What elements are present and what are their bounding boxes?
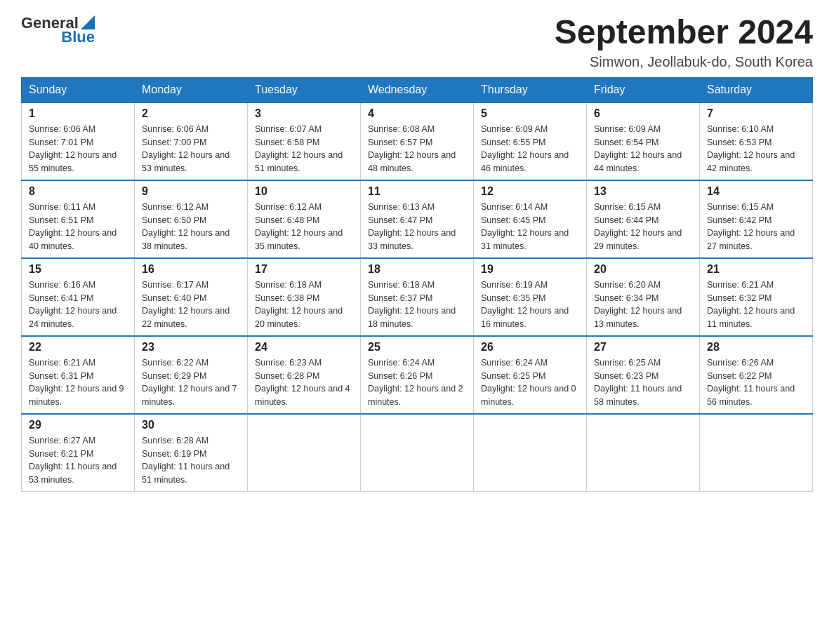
calendar-cell: 7Sunrise: 6:10 AMSunset: 6:53 PMDaylight… — [700, 102, 813, 180]
calendar-cell: 9Sunrise: 6:12 AMSunset: 6:50 PMDaylight… — [135, 180, 248, 258]
day-info: Sunrise: 6:10 AMSunset: 6:53 PMDaylight:… — [707, 123, 805, 175]
day-number: 15 — [29, 263, 127, 276]
calendar-cell: 14Sunrise: 6:15 AMSunset: 6:42 PMDayligh… — [700, 180, 813, 258]
day-info: Sunrise: 6:21 AMSunset: 6:32 PMDaylight:… — [707, 279, 805, 331]
day-info: Sunrise: 6:22 AMSunset: 6:29 PMDaylight:… — [142, 356, 240, 409]
calendar-cell: 18Sunrise: 6:18 AMSunset: 6:37 PMDayligh… — [361, 258, 474, 336]
logo: General Blue — [21, 14, 95, 46]
day-info: Sunrise: 6:19 AMSunset: 6:35 PMDaylight:… — [481, 279, 579, 331]
calendar-cell: 24Sunrise: 6:23 AMSunset: 6:28 PMDayligh… — [248, 336, 361, 414]
day-number: 14 — [707, 185, 805, 198]
day-info: Sunrise: 6:12 AMSunset: 6:50 PMDaylight:… — [142, 201, 240, 253]
calendar-cell: 15Sunrise: 6:16 AMSunset: 6:41 PMDayligh… — [22, 258, 135, 336]
day-info: Sunrise: 6:16 AMSunset: 6:41 PMDaylight:… — [29, 279, 127, 331]
calendar-cell: 21Sunrise: 6:21 AMSunset: 6:32 PMDayligh… — [700, 258, 813, 336]
day-info: Sunrise: 6:15 AMSunset: 6:44 PMDaylight:… — [594, 201, 692, 253]
day-info: Sunrise: 6:12 AMSunset: 6:48 PMDaylight:… — [255, 201, 353, 253]
day-info: Sunrise: 6:28 AMSunset: 6:19 PMDaylight:… — [142, 434, 240, 487]
day-number: 2 — [142, 107, 240, 120]
title-block: September 2024 Simwon, Jeollabuk-do, Sou… — [555, 14, 813, 70]
day-info: Sunrise: 6:15 AMSunset: 6:42 PMDaylight:… — [707, 201, 805, 253]
day-number: 12 — [481, 185, 579, 198]
day-info: Sunrise: 6:06 AMSunset: 7:01 PMDaylight:… — [29, 123, 127, 175]
calendar-table: SundayMondayTuesdayWednesdayThursdayFrid… — [21, 77, 813, 492]
calendar-cell: 25Sunrise: 6:24 AMSunset: 6:26 PMDayligh… — [361, 336, 474, 414]
calendar-cell: 27Sunrise: 6:25 AMSunset: 6:23 PMDayligh… — [587, 336, 700, 414]
day-number: 19 — [481, 263, 579, 276]
day-number: 23 — [142, 341, 240, 354]
day-info: Sunrise: 6:17 AMSunset: 6:40 PMDaylight:… — [142, 279, 240, 331]
calendar-cell: 20Sunrise: 6:20 AMSunset: 6:34 PMDayligh… — [587, 258, 700, 336]
calendar-header-wednesday: Wednesday — [361, 77, 474, 102]
calendar-header-tuesday: Tuesday — [248, 77, 361, 102]
calendar-cell: 22Sunrise: 6:21 AMSunset: 6:31 PMDayligh… — [22, 336, 135, 414]
day-number: 3 — [255, 107, 353, 120]
calendar-cell — [248, 414, 361, 492]
day-info: Sunrise: 6:20 AMSunset: 6:34 PMDaylight:… — [594, 279, 692, 331]
day-info: Sunrise: 6:23 AMSunset: 6:28 PMDaylight:… — [255, 356, 353, 409]
day-info: Sunrise: 6:21 AMSunset: 6:31 PMDaylight:… — [29, 356, 127, 409]
page-header: General Blue September 2024 Simwon, Jeol… — [21, 14, 813, 70]
day-number: 26 — [481, 341, 579, 354]
calendar-week-row-5: 29Sunrise: 6:27 AMSunset: 6:21 PMDayligh… — [22, 414, 813, 492]
calendar-cell: 29Sunrise: 6:27 AMSunset: 6:21 PMDayligh… — [22, 414, 135, 492]
day-info: Sunrise: 6:27 AMSunset: 6:21 PMDaylight:… — [29, 434, 127, 487]
day-number: 7 — [707, 107, 805, 120]
logo-triangle-icon — [81, 15, 95, 29]
calendar-cell: 19Sunrise: 6:19 AMSunset: 6:35 PMDayligh… — [474, 258, 587, 336]
day-info: Sunrise: 6:13 AMSunset: 6:47 PMDaylight:… — [368, 201, 466, 253]
calendar-cell: 16Sunrise: 6:17 AMSunset: 6:40 PMDayligh… — [135, 258, 248, 336]
location-subtitle: Simwon, Jeollabuk-do, South Korea — [555, 54, 813, 70]
calendar-cell: 2Sunrise: 6:06 AMSunset: 7:00 PMDaylight… — [135, 102, 248, 180]
day-number: 17 — [255, 263, 353, 276]
day-number: 21 — [707, 263, 805, 276]
calendar-cell: 26Sunrise: 6:24 AMSunset: 6:25 PMDayligh… — [474, 336, 587, 414]
calendar-cell: 30Sunrise: 6:28 AMSunset: 6:19 PMDayligh… — [135, 414, 248, 492]
day-info: Sunrise: 6:09 AMSunset: 6:55 PMDaylight:… — [481, 123, 579, 175]
day-info: Sunrise: 6:07 AMSunset: 6:58 PMDaylight:… — [255, 123, 353, 175]
day-number: 6 — [594, 107, 692, 120]
day-info: Sunrise: 6:18 AMSunset: 6:37 PMDaylight:… — [368, 279, 466, 331]
calendar-cell: 8Sunrise: 6:11 AMSunset: 6:51 PMDaylight… — [22, 180, 135, 258]
calendar-cell: 3Sunrise: 6:07 AMSunset: 6:58 PMDaylight… — [248, 102, 361, 180]
calendar-header-monday: Monday — [135, 77, 248, 102]
day-number: 29 — [29, 419, 127, 431]
day-number: 4 — [368, 107, 466, 120]
day-info: Sunrise: 6:06 AMSunset: 7:00 PMDaylight:… — [142, 123, 240, 175]
calendar-cell — [700, 414, 813, 492]
day-info: Sunrise: 6:09 AMSunset: 6:54 PMDaylight:… — [594, 123, 692, 175]
calendar-cell — [474, 414, 587, 492]
calendar-cell: 13Sunrise: 6:15 AMSunset: 6:44 PMDayligh… — [587, 180, 700, 258]
day-number: 5 — [481, 107, 579, 120]
calendar-header-thursday: Thursday — [474, 77, 587, 102]
day-number: 30 — [142, 419, 240, 431]
day-info: Sunrise: 6:18 AMSunset: 6:38 PMDaylight:… — [255, 279, 353, 331]
day-number: 9 — [142, 185, 240, 198]
day-info: Sunrise: 6:26 AMSunset: 6:22 PMDaylight:… — [707, 356, 805, 409]
day-number: 13 — [594, 185, 692, 198]
calendar-cell: 23Sunrise: 6:22 AMSunset: 6:29 PMDayligh… — [135, 336, 248, 414]
logo-blue: Blue — [61, 28, 95, 46]
day-info: Sunrise: 6:24 AMSunset: 6:25 PMDaylight:… — [481, 356, 579, 409]
day-number: 8 — [29, 185, 127, 198]
day-number: 16 — [142, 263, 240, 276]
day-number: 24 — [255, 341, 353, 354]
day-info: Sunrise: 6:14 AMSunset: 6:45 PMDaylight:… — [481, 201, 579, 253]
calendar-header-sunday: Sunday — [22, 77, 135, 102]
day-number: 1 — [29, 107, 127, 120]
calendar-cell: 17Sunrise: 6:18 AMSunset: 6:38 PMDayligh… — [248, 258, 361, 336]
svg-marker-0 — [81, 15, 95, 29]
calendar-cell: 11Sunrise: 6:13 AMSunset: 6:47 PMDayligh… — [361, 180, 474, 258]
calendar-cell — [587, 414, 700, 492]
calendar-week-row-3: 15Sunrise: 6:16 AMSunset: 6:41 PMDayligh… — [22, 258, 813, 336]
day-info: Sunrise: 6:24 AMSunset: 6:26 PMDaylight:… — [368, 356, 466, 409]
calendar-cell: 10Sunrise: 6:12 AMSunset: 6:48 PMDayligh… — [248, 180, 361, 258]
calendar-cell: 28Sunrise: 6:26 AMSunset: 6:22 PMDayligh… — [700, 336, 813, 414]
calendar-week-row-2: 8Sunrise: 6:11 AMSunset: 6:51 PMDaylight… — [22, 180, 813, 258]
month-year-title: September 2024 — [555, 14, 813, 51]
calendar-header-row: SundayMondayTuesdayWednesdayThursdayFrid… — [22, 77, 813, 102]
day-number: 10 — [255, 185, 353, 198]
calendar-header-saturday: Saturday — [700, 77, 813, 102]
calendar-cell: 12Sunrise: 6:14 AMSunset: 6:45 PMDayligh… — [474, 180, 587, 258]
day-info: Sunrise: 6:11 AMSunset: 6:51 PMDaylight:… — [29, 201, 127, 253]
